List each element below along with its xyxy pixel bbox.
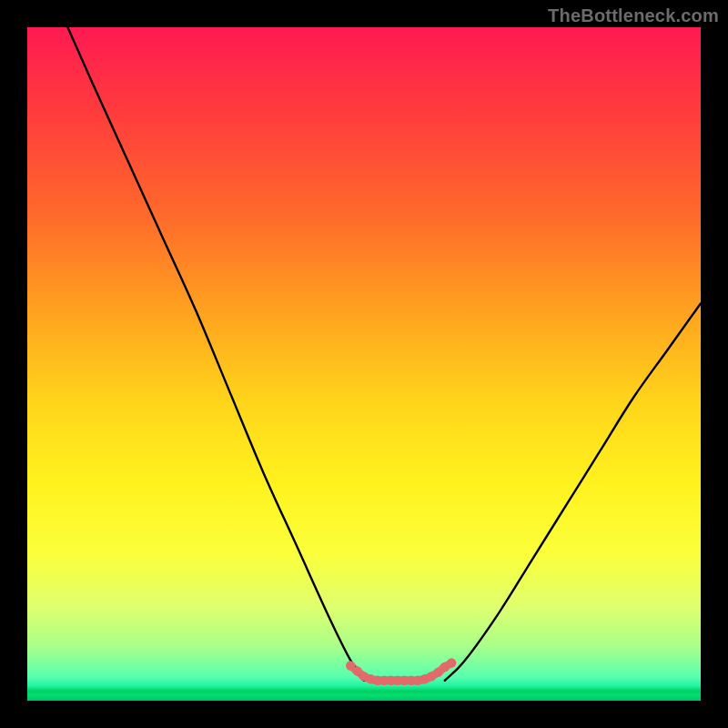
left-curve: [67, 27, 364, 681]
watermark-text: TheBottleneck.com: [548, 5, 719, 26]
right-curve: [445, 303, 701, 680]
curve-layer: [27, 27, 701, 701]
plot-area: [27, 27, 701, 701]
chart-frame: TheBottleneck.com: [0, 0, 728, 728]
valley-dot: [447, 658, 456, 667]
